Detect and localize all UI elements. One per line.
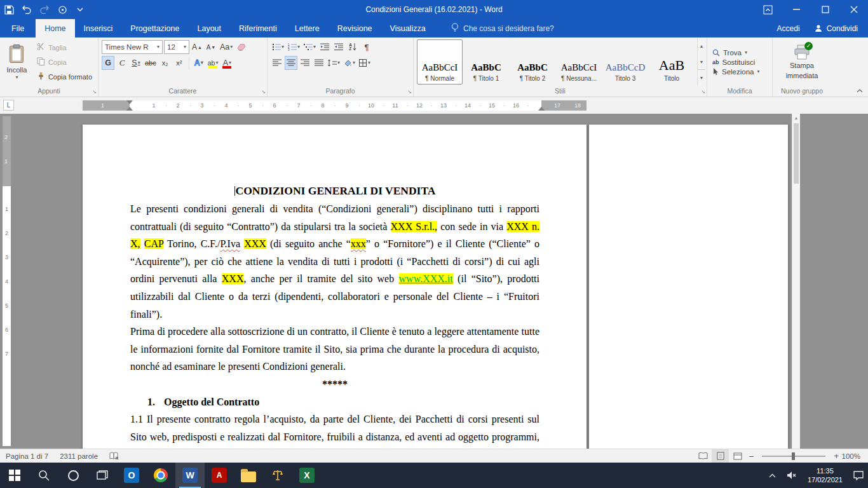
font-dialog-launcher[interactable]: ↘	[261, 90, 266, 95]
sort-button[interactable]: AZ	[346, 40, 359, 54]
strikethrough-button[interactable]: abc	[144, 56, 158, 70]
start-button[interactable]	[0, 463, 29, 488]
task-view-button[interactable]	[88, 463, 117, 488]
sign-in-link[interactable]: Accedi	[777, 24, 800, 33]
multilevel-list-button[interactable]: ▾	[302, 40, 317, 54]
zoom-percentage[interactable]: 100%	[841, 452, 868, 460]
maximize-restore-button[interactable]	[811, 0, 839, 19]
ribbon-tab[interactable]: Home	[36, 19, 74, 37]
italic-button[interactable]: C	[116, 56, 128, 70]
taskbar-outlook-button[interactable]: O	[117, 463, 146, 488]
cortana-button[interactable]	[58, 463, 88, 488]
collapse-ribbon-icon[interactable]	[857, 86, 863, 94]
ribbon-tab[interactable]: Revisione	[329, 19, 381, 37]
share-button[interactable]: Condividi	[814, 24, 858, 33]
quick-print-button[interactable]: ✓ Stampa immediata	[776, 38, 827, 86]
customize-quick-access-icon[interactable]	[71, 0, 89, 19]
page-count-status[interactable]: Pagina 1 di 7	[0, 449, 54, 463]
show-paragraph-marks-button[interactable]: ¶	[360, 40, 373, 54]
save-icon[interactable]	[0, 0, 18, 19]
text-effects-button[interactable]: A▾	[193, 56, 205, 70]
justify-button[interactable]	[313, 56, 325, 70]
paste-dropdown-icon[interactable]: ▾	[15, 75, 18, 80]
clipboard-dialog-launcher[interactable]: ↘	[92, 90, 97, 95]
taskbar-chrome-button[interactable]	[146, 463, 175, 488]
taskbar-excel-button[interactable]: X	[292, 463, 322, 488]
ribbon-tab[interactable]: Layout	[188, 19, 230, 37]
vertical-scrollbar[interactable]: ▲	[792, 114, 800, 449]
increase-indent-button[interactable]	[332, 40, 345, 54]
styles-dialog-launcher[interactable]: ↘	[701, 90, 705, 95]
styles-more-icon[interactable]: ▼	[698, 69, 705, 86]
zoom-out-button[interactable]: −	[746, 451, 756, 461]
paste-button[interactable]: Incolla ▾	[1, 38, 32, 86]
action-center-button[interactable]	[849, 463, 868, 488]
line-spacing-button[interactable]: ▾	[327, 56, 341, 70]
taskbar-search-button[interactable]	[29, 463, 58, 488]
taskbar-acrobat-button[interactable]: A	[205, 463, 234, 488]
tell-me-box[interactable]: Che cosa si desidera fare?	[451, 23, 554, 34]
undo-icon[interactable]	[18, 0, 36, 19]
align-center-button[interactable]	[285, 56, 297, 70]
grow-font-button[interactable]: A▲	[191, 40, 203, 54]
format-painter-button[interactable]: Copia formato	[35, 70, 94, 83]
zoom-slider[interactable]	[762, 456, 825, 457]
horizontal-ruler[interactable]: 2 1 12345678910111213141516 17 18	[83, 100, 587, 111]
document-canvas[interactable]: 2 1 1234567 CONDIZIONI GENERALI DI VENDI…	[0, 114, 868, 449]
font-name-select[interactable]: Times New R ▾	[102, 40, 163, 54]
style-card[interactable]: AaBbC ¶ Titolo 2	[510, 39, 555, 85]
borders-button[interactable]: ▾	[358, 56, 372, 70]
close-button[interactable]	[839, 0, 868, 19]
font-color-button[interactable]: A▾	[220, 56, 233, 70]
font-size-select[interactable]: 12 ▾	[164, 40, 189, 54]
bullets-button[interactable]: ▾	[271, 40, 285, 54]
web-layout-view-icon[interactable]	[729, 449, 746, 463]
numbering-button[interactable]: 123▾	[287, 40, 301, 54]
style-card[interactable]: AaBbCcD Titolo 3	[602, 39, 648, 85]
align-left-button[interactable]	[271, 56, 283, 70]
scroll-up-icon[interactable]: ▲	[792, 114, 800, 122]
volume-muted-button[interactable]	[782, 463, 801, 488]
ribbon-tab[interactable]: Inserisci	[75, 19, 122, 37]
superscript-button[interactable]: x²	[173, 56, 186, 70]
taskbar-file-explorer-button[interactable]	[234, 463, 263, 488]
find-button[interactable]: Trova ▾	[712, 49, 760, 57]
first-line-indent-marker[interactable]	[126, 100, 133, 104]
taskbar-scales-app-button[interactable]	[263, 463, 292, 488]
proofing-status-icon[interactable]	[104, 449, 125, 463]
paragraph-dialog-launcher[interactable]: ↘	[407, 90, 412, 95]
hanging-indent-marker[interactable]	[126, 107, 133, 111]
subscript-button[interactable]: x₂	[159, 56, 172, 70]
zoom-slider-thumb[interactable]	[792, 452, 795, 460]
align-right-button[interactable]	[299, 56, 311, 70]
shrink-font-button[interactable]: A▼	[205, 40, 217, 54]
taskbar-word-button[interactable]: W	[175, 463, 205, 488]
hidden-icons-button[interactable]	[763, 463, 782, 488]
scrollbar-thumb[interactable]	[794, 123, 799, 184]
word-count-status[interactable]: 2311 parole	[54, 449, 104, 463]
ribbon-display-options-icon[interactable]	[754, 0, 782, 19]
styles-scroll-down-icon[interactable]: ▼	[698, 54, 705, 70]
styles-scroll-up-icon[interactable]: ▲	[698, 38, 705, 54]
ribbon-tab[interactable]: Visualizza	[381, 19, 435, 37]
shading-button[interactable]: ▾	[342, 56, 356, 70]
style-card[interactable]: AaBbCcI ¶ Normale	[417, 39, 463, 85]
taskbar-clock[interactable]: 11:35 17/02/2021	[801, 466, 849, 484]
bold-button[interactable]: G	[102, 56, 114, 70]
change-case-button[interactable]: Aa▾	[219, 40, 234, 54]
ribbon-tab[interactable]: File	[0, 19, 36, 37]
right-indent-marker[interactable]	[538, 107, 545, 111]
ribbon-tab[interactable]: Progettazione	[121, 19, 188, 37]
style-card[interactable]: AaB Titolo	[649, 39, 695, 85]
minimize-button[interactable]	[782, 0, 811, 19]
hyperlink[interactable]: www.XXX.it	[399, 273, 453, 284]
decrease-indent-button[interactable]	[318, 40, 331, 54]
ribbon-tab[interactable]: Lettere	[286, 19, 329, 37]
zoom-in-button[interactable]: +	[831, 451, 841, 461]
replace-button[interactable]: ab Sostituisci	[712, 58, 760, 66]
page-1[interactable]: CONDIZIONI GENERALI DI VENDITA Le presen…	[83, 125, 587, 449]
style-card[interactable]: AaBbCcI ¶ Nessuna...	[556, 39, 602, 85]
read-mode-view-icon[interactable]	[695, 449, 712, 463]
vertical-ruler[interactable]: 2 1 1234567	[3, 116, 11, 446]
ribbon-tab[interactable]: Riferimenti	[230, 19, 286, 37]
